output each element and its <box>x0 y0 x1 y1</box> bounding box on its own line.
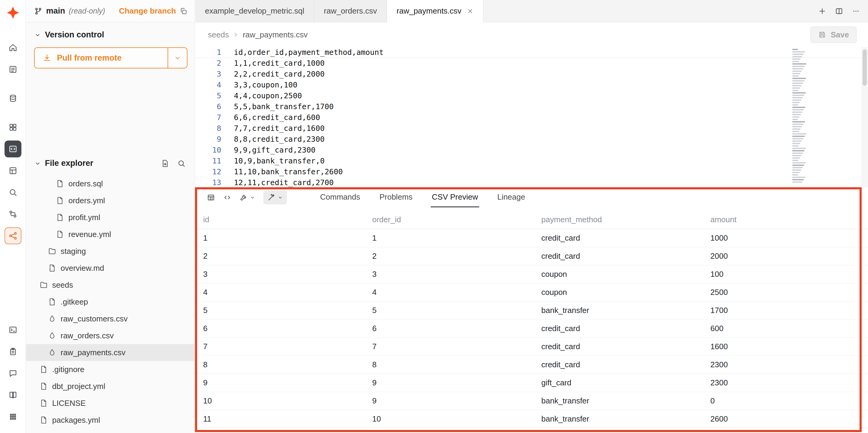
editor-minimap[interactable] <box>792 49 809 184</box>
file-item-label: raw_customers.csv <box>61 314 128 323</box>
table-cell: 3 <box>203 269 372 279</box>
code-editor[interactable]: 1id,order_id,payment_method,amount21,1,c… <box>195 47 868 187</box>
line-text: 12,11,credit_card,2700 <box>221 177 334 187</box>
chevron-down-icon <box>174 54 181 62</box>
table-cell: credit_card <box>541 233 710 243</box>
feedback-rail-button[interactable] <box>4 365 22 382</box>
scrollbar-thumb[interactable] <box>863 50 867 86</box>
file-item-raw-orders-csv[interactable]: raw_orders.csv <box>26 327 195 344</box>
minimap-line <box>792 83 803 84</box>
file-item-license[interactable]: LICENSE <box>26 395 195 412</box>
file-item-dbt-project-yml[interactable]: dbt_project.yml <box>26 378 195 395</box>
tab-label: raw_payments.csv <box>397 6 461 16</box>
minimap-line <box>792 165 804 166</box>
file-item-raw-customers-csv[interactable]: raw_customers.csv <box>26 310 195 327</box>
tab-example-develop-metric-sql[interactable]: example_develop_metric.sql <box>195 0 314 22</box>
table-cell: bank_transfer <box>541 396 710 406</box>
git-branch-icon <box>34 7 42 16</box>
split-view-button[interactable] <box>835 7 843 16</box>
breadcrumb-seeds[interactable]: seeds <box>208 30 229 39</box>
search-code-rail-button[interactable] <box>4 184 22 201</box>
file-item--gitkeep[interactable]: .gitkeep <box>26 293 195 310</box>
minimap-line <box>792 99 801 101</box>
tab-raw-orders-csv[interactable]: raw_orders.csv <box>314 0 387 22</box>
wand-tool-button[interactable] <box>264 191 287 204</box>
minimap-line <box>792 121 805 122</box>
clipboard-rail-button[interactable] <box>4 343 22 360</box>
minimap-line <box>792 112 802 113</box>
terminal-rail-button[interactable] <box>4 321 22 338</box>
file-item-orders-yml[interactable]: orders.yml <box>26 192 195 209</box>
pull-options-dropdown[interactable] <box>168 48 187 68</box>
table-row: 1110bank_transfer2600 <box>195 410 868 428</box>
more-button[interactable] <box>852 7 860 16</box>
file-item--gitignore[interactable]: .gitignore <box>26 361 195 378</box>
file-item-raw-payments-csv[interactable]: raw_payments.csv <box>26 344 195 361</box>
file-item-overview-md[interactable]: overview.md <box>26 260 195 277</box>
file-item-orders-sql[interactable]: orders.sql <box>26 175 195 192</box>
copy-branch-icon[interactable] <box>180 7 187 15</box>
table-cell: 9 <box>372 396 541 406</box>
copy-branch-icon <box>180 7 187 15</box>
minimap-line <box>792 167 803 168</box>
table-row: 77credit_card1600 <box>195 338 868 356</box>
apps-rail-button[interactable] <box>4 408 22 425</box>
minimap-line <box>792 116 799 118</box>
file-icon <box>39 382 48 391</box>
pull-from-remote-main[interactable]: Pull from remote <box>35 48 167 68</box>
editor-scrollbar[interactable] <box>861 47 868 187</box>
file-item-packages-yml[interactable]: packages.yml <box>26 412 195 429</box>
wrench-tool-button[interactable] <box>239 193 255 202</box>
git-compare-rail-button[interactable] <box>4 206 22 223</box>
file-icon <box>39 365 48 374</box>
change-branch-link[interactable]: Change branch <box>119 6 176 16</box>
plus-button[interactable] <box>818 7 827 16</box>
file-item-label: .gitignore <box>52 365 84 374</box>
table-cell: coupon <box>541 288 710 297</box>
branch-readonly-label: (read-only) <box>69 7 105 16</box>
file-plus-icon <box>161 159 169 168</box>
file-item-profit-yml[interactable]: profit.yml <box>26 209 195 226</box>
line-text: id,order_id,payment_method,amount <box>221 47 384 58</box>
version-control-section-header[interactable]: Version control <box>26 22 195 42</box>
line-number: 4 <box>195 80 221 90</box>
table-tool-button[interactable] <box>207 193 215 202</box>
log-rail-button[interactable] <box>4 61 22 78</box>
panel-tab-lineage[interactable]: Lineage <box>496 187 527 207</box>
new-file-icon[interactable] <box>161 159 169 168</box>
search-icon[interactable] <box>177 159 186 168</box>
file-item-staging[interactable]: staging <box>26 243 195 260</box>
grid-rail-button[interactable] <box>4 119 22 136</box>
pull-from-remote-button[interactable]: Pull from remote <box>34 47 187 68</box>
book-rail-button[interactable] <box>4 386 22 403</box>
folder-icon <box>39 281 48 289</box>
line-number: 1 <box>195 47 221 58</box>
chevron-right-icon <box>232 31 239 38</box>
close-tab-button[interactable] <box>467 8 473 15</box>
file-item-seeds[interactable]: seeds <box>26 277 195 293</box>
home-rail-button[interactable] <box>4 39 22 56</box>
file-item-revenue-yml[interactable]: revenue.yml <box>26 226 195 243</box>
panel-tab-commands[interactable]: Commands <box>319 187 361 207</box>
minimap-line <box>792 160 798 161</box>
blocks-rail-button[interactable] <box>4 162 22 179</box>
table-header-row: idorder_idpayment_methodamount <box>195 210 868 229</box>
minimap-line <box>792 141 802 142</box>
tab-raw-payments-csv[interactable]: raw_payments.csv <box>387 0 484 22</box>
code-line-13: 1312,11,credit_card,2700 <box>195 177 868 187</box>
file-item-label: packages.yml <box>52 415 100 425</box>
code-editor-rail-button[interactable] <box>4 141 22 157</box>
panel-tab-problems[interactable]: Problems <box>378 187 414 207</box>
table-cell: 2000 <box>710 252 868 261</box>
database-rail-button[interactable] <box>4 90 22 107</box>
minimap-line <box>792 51 805 53</box>
save-button[interactable]: Save <box>810 27 857 43</box>
minimap-line <box>792 124 804 125</box>
save-icon <box>818 30 827 39</box>
panel-tab-csv-preview[interactable]: CSV Preview <box>431 187 479 207</box>
lineage-icon <box>8 231 18 240</box>
code-tool-button[interactable] <box>223 193 231 202</box>
lineage-rail-button[interactable] <box>4 227 22 244</box>
wrench-icon <box>239 193 248 202</box>
file-explorer-section-header[interactable]: File explorer <box>26 151 195 171</box>
